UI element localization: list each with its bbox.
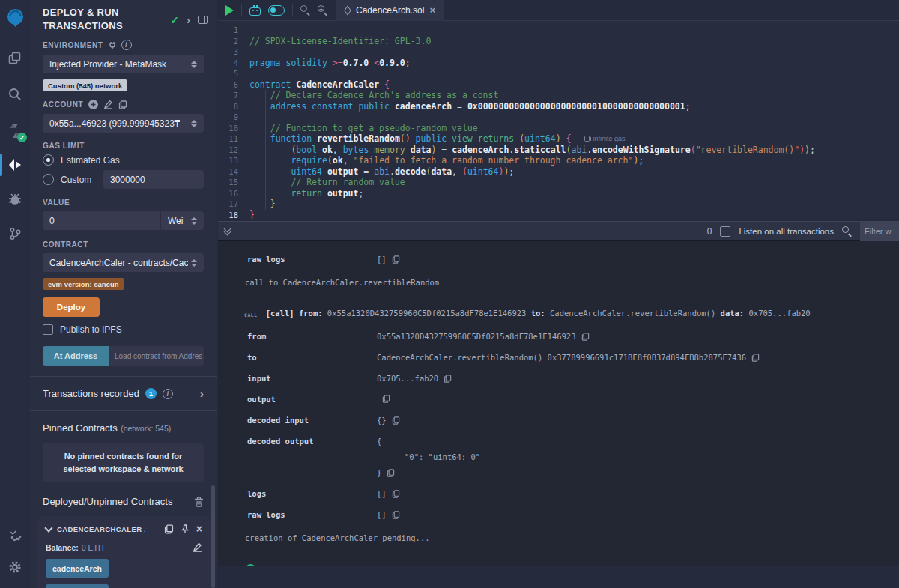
zoom-out-icon[interactable]: - (300, 5, 310, 15)
code-line[interactable]: 12 (bool ok, bytes memory data) = cadenc… (218, 145, 899, 156)
code-line[interactable]: 14 uint64 output = abi.decode(data, (uin… (218, 166, 899, 178)
code-line[interactable]: 6contract CadenceArchCaler { (218, 79, 899, 91)
at-address-input[interactable]: Load contract from Addres (109, 346, 204, 366)
deploy-button[interactable]: Deploy (43, 297, 100, 317)
debugger-icon[interactable] (0, 184, 30, 214)
remix-logo[interactable] (0, 0, 30, 34)
at-address-button[interactable]: At Address (43, 346, 109, 366)
value-input[interactable]: 0 (43, 211, 160, 230)
terminal-call-row[interactable]: CALL[call] from: 0x55a1320D432759960C5Df… (218, 309, 899, 320)
code-line[interactable]: 17 } (218, 198, 899, 210)
tab-cadencearch[interactable]: CadenceArch.sol × (336, 0, 444, 21)
environment-info-icon[interactable]: i (121, 40, 132, 50)
contract-select[interactable]: CadenceArchCaler - contracts/Cac (43, 253, 204, 272)
edit-balance-icon[interactable] (193, 542, 202, 552)
copy-icon[interactable] (387, 469, 395, 477)
terminal-filter-input[interactable] (860, 221, 899, 241)
code-line[interactable]: 11 function revertibleRandom() public vi… (218, 133, 899, 145)
line-number: 1 (218, 25, 249, 36)
trash-icon[interactable] (194, 497, 204, 507)
plugin-manager-icon[interactable] (0, 522, 30, 552)
copy-icon[interactable] (392, 490, 400, 498)
code-editor[interactable]: 12// SPDX-License-Identifier: GPL-3.034p… (218, 21, 899, 219)
copy-icon[interactable] (444, 375, 452, 383)
terminal-kv-row[interactable]: input0x705...fab20 (218, 374, 899, 383)
copy-icon[interactable] (392, 511, 400, 519)
chevron-right-icon[interactable]: › (200, 387, 204, 400)
pin-panel-icon[interactable] (198, 16, 208, 24)
activity-bar: ✓ (0, 0, 30, 588)
publish-ipfs-label: Publish to IPFS (60, 324, 122, 335)
code-line[interactable]: 10 // Function to get a pseudo-random va… (218, 123, 899, 134)
remove-contract-icon[interactable]: × (196, 524, 202, 534)
copy-address-icon[interactable] (164, 524, 174, 534)
terminal-collapse-icon[interactable] (225, 228, 230, 234)
code-line[interactable]: 13 require(ok, "failed to fetch a random… (218, 155, 899, 166)
settings-icon[interactable] (0, 552, 30, 582)
account-select[interactable]: 0x55a...46923 (999.999945323₸ (43, 114, 204, 133)
terminal-kv-row[interactable]: decoded input{} (218, 416, 899, 425)
radio-selected-icon (43, 154, 54, 166)
terminal-kv-row[interactable]: raw logs[] (218, 510, 899, 519)
edit-account-icon[interactable] (103, 100, 113, 109)
git-icon[interactable] (0, 219, 30, 249)
terminal-kv-row[interactable]: from0x55a1320D432759960C5Df0215a8dF78e1E… (218, 332, 899, 341)
env-ok-check-icon: ✓ (170, 14, 179, 26)
terminal-object-row[interactable]: decoded output{"0": "uint64: 0"} (218, 437, 899, 477)
code-line[interactable]: 4pragma solidity >=0.7.0 <0.9.0; (218, 58, 899, 69)
code-line[interactable]: 16 return output; (218, 188, 899, 199)
copy-icon[interactable] (581, 333, 590, 341)
close-tab-icon[interactable]: × (429, 4, 435, 16)
custom-gas-input[interactable]: 3000000 (103, 170, 204, 189)
code-line[interactable]: 5 (218, 68, 899, 79)
code-line[interactable]: 8 address constant public cadenceArch = … (218, 101, 899, 112)
publish-ipfs-checkbox[interactable]: Publish to IPFS (43, 324, 204, 335)
copy-icon[interactable] (382, 395, 390, 403)
custom-gas-radio[interactable]: Custom (43, 174, 97, 185)
fn-button-cadencearch[interactable]: cadenceArch (46, 559, 109, 578)
row-label: from (247, 332, 377, 341)
terminal[interactable]: raw logs[]call to CadenceArchCaler.rever… (218, 241, 899, 566)
code-line[interactable]: 7 // Declare Cadence Arch's address as a… (218, 90, 899, 101)
solidity-compiler-icon[interactable]: ✓ (0, 115, 30, 145)
code-line[interactable]: 1 (218, 25, 899, 36)
terminal-kv-row[interactable]: toCadenceArchCaler.revertibleRandom() 0x… (218, 353, 899, 362)
add-account-icon[interactable] (88, 100, 98, 109)
code-line[interactable]: 18} (218, 210, 899, 220)
code-line[interactable]: 2// SPDX-License-Identifier: GPL-3.0 (218, 36, 899, 47)
transactions-info-icon[interactable]: i (163, 389, 173, 399)
ai-assistant-icon[interactable] (249, 7, 261, 16)
estimated-gas-radio[interactable]: Estimated Gas (43, 154, 204, 166)
copy-icon[interactable] (392, 416, 400, 425)
search-icon[interactable] (0, 79, 30, 109)
zoom-in-icon[interactable]: + (318, 5, 327, 15)
code-line[interactable]: 9 (218, 112, 899, 123)
terminal-kv-row[interactable]: raw logs[] (218, 255, 899, 264)
copy-icon[interactable] (751, 354, 760, 362)
terminal-block-row[interactable]: ✓[block:5033220 txIndex:-] from: 0x55a..… (218, 564, 899, 566)
code-line[interactable]: 15 // Return random value (218, 177, 899, 188)
code-line[interactable]: 3 (218, 46, 899, 58)
file-explorer-icon[interactable] (0, 43, 30, 73)
ai-toggle[interactable] (268, 5, 285, 16)
run-script-icon[interactable] (225, 5, 234, 16)
terminal-text-row[interactable]: creation of CadenceArchCaler pending... (218, 533, 899, 542)
terminal-kv-row[interactable]: output (218, 395, 899, 404)
pin-contract-icon[interactable] (181, 524, 190, 534)
panel-scrollbar[interactable] (211, 485, 215, 588)
environment-select[interactable]: Injected Provider - MetaMask (43, 55, 204, 73)
terminal-search-icon[interactable] (842, 226, 852, 236)
listen-all-checkbox[interactable] (720, 226, 730, 237)
code-text: return output; (249, 188, 363, 199)
deploy-run-icon[interactable] (0, 150, 30, 180)
collapse-contract-icon[interactable] (44, 524, 52, 532)
copy-account-icon[interactable] (118, 100, 127, 109)
expand-panel-icon[interactable]: › (187, 14, 190, 25)
transactions-recorded-row[interactable]: Transactions recorded 1 i › (30, 377, 217, 410)
estimated-gas-label: Estimated Gas (61, 155, 120, 166)
value-unit-select[interactable]: Wei (160, 211, 204, 230)
fn-button-revertiblerandom[interactable]: revertibleRa... (46, 584, 109, 588)
terminal-text-row[interactable]: call to CadenceArchCaler.revertibleRando… (218, 278, 899, 287)
terminal-kv-row[interactable]: logs[] (218, 489, 899, 498)
copy-icon[interactable] (392, 255, 400, 264)
